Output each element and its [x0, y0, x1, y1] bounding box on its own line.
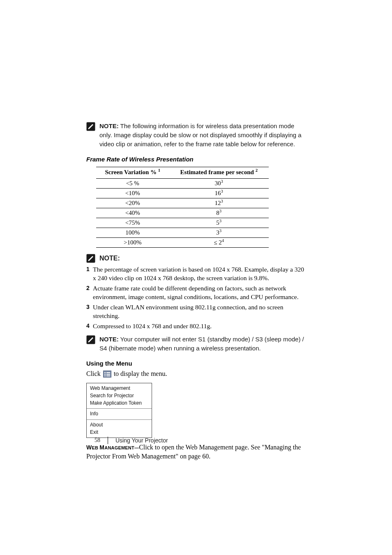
svg-rect-7 — [106, 372, 110, 373]
table-header-row: Screen Variation % 1 Estimated frame per… — [96, 167, 269, 179]
cell-val: 3 — [216, 229, 219, 236]
click-before: Click — [86, 369, 101, 378]
note-label: NOTE: — [99, 255, 120, 262]
table-row: <10% 163 — [96, 189, 269, 198]
cell: 123 — [169, 198, 269, 208]
cell: 303 — [169, 179, 269, 189]
menu-item: Search for Projector — [90, 392, 148, 399]
col1-label: Screen Variation % — [105, 169, 158, 175]
menu-item: Web Management — [90, 385, 148, 392]
note-block-3: NOTE: Your computer will not enter S1 (s… — [86, 335, 306, 353]
footer-section: Using Your Projector — [115, 437, 168, 444]
cell: <20% — [96, 198, 169, 208]
cell: 163 — [169, 189, 269, 198]
cell: <10% — [96, 189, 169, 198]
menu-item: Info — [90, 410, 148, 417]
using-menu-heading: Using the Menu — [86, 360, 306, 367]
pencil-note-icon — [86, 254, 95, 263]
cell-val: 16 — [215, 190, 221, 196]
cap-small: ANAGEMENT— — [104, 445, 139, 450]
web-management-paragraph: WEB MANAGEMENT—Click to open the Web Man… — [86, 443, 306, 461]
cell: <5 % — [96, 179, 169, 189]
cap: M — [99, 444, 104, 451]
cell: 100% — [96, 228, 169, 238]
cell-val: 12 — [215, 200, 221, 206]
footnote-list: 1 The percentage of screen variation is … — [86, 265, 306, 330]
cell-sup: 3 — [219, 219, 221, 223]
col2-label: Estimated frame per second — [180, 169, 256, 175]
note-1-text: NOTE: The following information is for w… — [99, 122, 306, 148]
page-number: 58 — [95, 437, 100, 444]
table-header-col1: Screen Variation % 1 — [96, 167, 169, 179]
svg-rect-6 — [104, 372, 106, 373]
footnote-number: 2 — [86, 284, 90, 302]
table-row: <40% 83 — [96, 208, 269, 218]
cell-sup: 3 — [219, 228, 221, 233]
cell-sup: 3 — [221, 199, 223, 203]
cell: >100% — [96, 238, 169, 248]
svg-rect-8 — [104, 374, 106, 375]
cell-val: 5 — [216, 219, 219, 226]
note-3-body: Your computer will not enter S1 (standby… — [99, 336, 304, 352]
footnote-text: Compressed to 1024 x 768 and under 802.1… — [93, 322, 212, 331]
cell-val: 30 — [215, 180, 221, 187]
cell-sup: 3 — [221, 189, 223, 193]
note-3-text: NOTE: Your computer will not enter S1 (s… — [99, 335, 306, 353]
web-management-caps: WEB MANAGEMENT— — [86, 444, 139, 451]
table-row: <75% 53 — [96, 218, 269, 228]
cell-val: 8 — [216, 210, 219, 216]
table-row: 100% 33 — [96, 228, 269, 238]
footnote-item: 3 Under clean WLAN environment using 802… — [86, 303, 306, 320]
click-menu-line: Click to display the menu. — [86, 369, 306, 378]
cell: 83 — [169, 208, 269, 218]
svg-rect-9 — [106, 374, 110, 375]
cell-sup: 3 — [221, 179, 223, 184]
table-title: Frame Rate of Wireless Presentation — [86, 156, 306, 163]
click-after: to display the menu. — [114, 369, 167, 378]
table-row: <5 % 303 — [96, 179, 269, 189]
menu-button-icon — [103, 371, 111, 378]
cell: 53 — [169, 218, 269, 228]
footnote-text: Under clean WLAN environment using 802.1… — [93, 303, 306, 320]
footnote-number: 1 — [86, 265, 90, 283]
col2-sup: 2 — [256, 168, 258, 173]
footer-divider — [108, 437, 108, 444]
footnote-item: 1 The percentage of screen variation is … — [86, 265, 306, 283]
svg-rect-10 — [104, 375, 106, 376]
note-label: NOTE: — [99, 336, 119, 343]
footnote-text: The percentage of screen variation is ba… — [93, 265, 306, 283]
footnote-item: 2 Actuate frame rate could be different … — [86, 284, 306, 302]
cap: W — [86, 444, 92, 451]
note-2-label-wrap: NOTE: — [99, 253, 120, 263]
cell-sup: 4 — [222, 238, 224, 243]
menu-item: About — [90, 421, 148, 428]
pencil-note-icon — [86, 335, 95, 344]
note-block-1: NOTE: The following information is for w… — [86, 122, 306, 148]
cell: ≤ 24 — [169, 238, 269, 248]
cell-val: ≤ 2 — [214, 239, 221, 246]
note-label: NOTE: — [99, 122, 119, 129]
menu-group: Web Management Search for Projector Make… — [87, 383, 152, 409]
footnote-item: 4 Compressed to 1024 x 768 and under 802… — [86, 322, 306, 331]
menu-screenshot: Web Management Search for Projector Make… — [86, 383, 152, 438]
footnote-number: 4 — [86, 322, 90, 331]
svg-rect-11 — [106, 375, 110, 376]
note-1-body: The following information is for wireles… — [99, 122, 302, 147]
pencil-note-icon — [86, 122, 95, 131]
page-footer: 58 Using Your Projector — [95, 437, 168, 444]
menu-item: Make Application Token — [90, 399, 148, 407]
cell: <75% — [96, 218, 169, 228]
footnote-text: Actuate frame rate could be different de… — [93, 284, 306, 302]
frame-rate-table: Screen Variation % 1 Estimated frame per… — [96, 167, 269, 248]
cell-sup: 3 — [219, 209, 221, 213]
menu-group: Info — [87, 408, 152, 419]
table-header-col2: Estimated frame per second 2 — [169, 167, 269, 179]
table-row: >100% ≤ 24 — [96, 238, 269, 248]
cell: 33 — [169, 228, 269, 238]
page-content: NOTE: The following information is for w… — [86, 122, 306, 461]
cell: <40% — [96, 208, 169, 218]
table-row: <20% 123 — [96, 198, 269, 208]
col1-sup: 1 — [158, 168, 160, 173]
menu-item: Exit — [90, 428, 148, 436]
menu-group: About Exit — [87, 419, 152, 438]
